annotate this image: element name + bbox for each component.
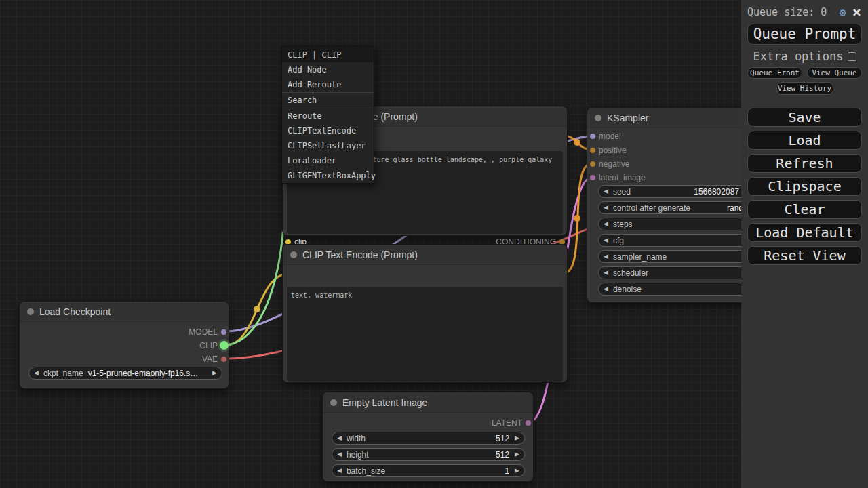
next-option-icon[interactable]: ▶ — [212, 367, 217, 380]
clip-output-label: CLIP — [199, 340, 218, 351]
node-title-bar[interactable]: KSampler — [587, 108, 766, 128]
collapse-dot[interactable] — [290, 251, 297, 258]
menu-item-reroute[interactable]: Reroute — [282, 108, 374, 123]
widget-value: v1-5-pruned-emaonly-fp16.s… — [88, 369, 199, 378]
menu-item-search[interactable]: Search — [282, 93, 374, 108]
load-default-button[interactable]: Load Default — [747, 223, 862, 242]
scheduler-widget[interactable]: ◀ scheduler — [598, 266, 750, 279]
close-icon[interactable]: × — [852, 7, 861, 18]
latent-output-slot[interactable] — [526, 420, 531, 426]
context-menu: CLIP | CLIP Add Node Add Reroute Search … — [281, 46, 374, 184]
widget-value: 512 — [496, 434, 509, 443]
widget-value: 1 — [505, 466, 509, 476]
decrement-icon[interactable]: ◀ — [604, 283, 608, 296]
negative-input-slot[interactable] — [590, 161, 595, 167]
node-clip-text-encode-negative: CLIP Text Encode (Prompt) clip CONDITION… — [282, 244, 568, 383]
latent-input-slot[interactable] — [590, 175, 595, 180]
sampler-name-widget[interactable]: ◀ sampler_name — [598, 250, 750, 263]
node-title-bar[interactable]: Empty Latent Image — [323, 392, 533, 413]
clip-output-slot[interactable] — [220, 341, 229, 350]
decrement-icon[interactable]: ◀ — [337, 464, 342, 477]
view-history-button[interactable]: View History — [776, 82, 833, 95]
node-ksampler: KSampler model positive negative latent_… — [587, 107, 766, 303]
extra-options-checkbox[interactable] — [848, 52, 856, 61]
vae-output-slot[interactable] — [221, 357, 226, 362]
model-output-slot[interactable] — [221, 329, 226, 335]
menu-item-add-reroute[interactable]: Add Reroute — [282, 77, 374, 92]
view-queue-button[interactable]: View Queue — [807, 67, 862, 79]
widget-name: ckpt_name — [43, 369, 83, 378]
widget-name: cfg — [613, 236, 624, 245]
reset-view-button[interactable]: Reset View — [747, 246, 862, 265]
increment-icon[interactable]: ▶ — [515, 448, 519, 461]
ckpt-name-widget[interactable]: ◀ ckpt_name v1-5-pruned-emaonly-fp16.s… … — [28, 367, 222, 380]
gear-icon[interactable]: ⚙ — [840, 5, 846, 19]
menu-item-add-node[interactable]: Add Node — [282, 62, 374, 77]
widget-name: height — [347, 450, 369, 460]
decrement-icon[interactable]: ◀ — [604, 185, 608, 198]
model-output-label: MODEL — [189, 327, 218, 338]
increment-icon[interactable]: ▶ — [515, 432, 519, 445]
decrement-icon[interactable]: ◀ — [604, 218, 608, 230]
cfg-widget[interactable]: ◀ cfg — [598, 234, 750, 247]
vae-output-label: VAE — [202, 354, 218, 365]
control-after-generate-widget[interactable]: ◀ control after generate randomize — [598, 201, 750, 214]
batch-size-widget[interactable]: ◀ batch_size 1 ▶ — [332, 464, 525, 477]
save-button[interactable]: Save — [747, 108, 862, 127]
positive-input-slot[interactable] — [590, 148, 595, 153]
clear-button[interactable]: Clear — [747, 200, 862, 219]
widget-name: batch_size — [347, 466, 385, 476]
link-midpoint-clip — [254, 306, 260, 312]
increment-icon[interactable]: ▶ — [515, 464, 519, 477]
collapse-dot[interactable] — [330, 399, 337, 406]
denoise-widget[interactable]: ◀ denoise — [598, 283, 750, 296]
load-button[interactable]: Load — [747, 131, 862, 150]
node-empty-latent-image: Empty Latent Image LATENT ◀ width 512 ▶ … — [322, 392, 534, 482]
queue-size-label: Queue size: 0 — [747, 6, 827, 18]
decrement-icon[interactable]: ◀ — [604, 201, 608, 214]
menu-item-clipsetlastlayer[interactable]: CLIPSetLastLayer — [282, 138, 374, 153]
collapse-dot[interactable] — [27, 308, 34, 315]
wire-clip-dragging — [226, 188, 285, 345]
node-title-bar[interactable]: Load Checkpoint — [20, 302, 229, 322]
node-load-checkpoint: Load Checkpoint MODEL CLIP VAE ◀ ckpt_na… — [19, 301, 229, 389]
comfy-menu-panel: Queue size: 0 ⚙ × Queue Prompt Extra opt… — [741, 0, 868, 488]
seed-widget[interactable]: ◀ seed 1566802087 — [598, 185, 750, 198]
clipspace-button[interactable]: Clipspace — [747, 177, 862, 196]
collapse-dot[interactable] — [595, 115, 601, 121]
decrement-icon[interactable]: ◀ — [604, 250, 608, 263]
node-title: KSampler — [607, 113, 648, 123]
decrement-icon[interactable]: ◀ — [604, 234, 608, 247]
latent-output-label: LATENT — [492, 418, 522, 428]
negative-input-label: negative — [599, 159, 629, 169]
link-midpoint-positive — [574, 139, 580, 146]
prompt-textarea[interactable]: text, watermark — [287, 287, 563, 382]
prev-option-icon[interactable]: ◀ — [34, 367, 39, 380]
refresh-button[interactable]: Refresh — [747, 154, 862, 173]
height-widget[interactable]: ◀ height 512 ▶ — [332, 448, 525, 461]
menu-item-loraloader[interactable]: LoraLoader — [282, 153, 374, 168]
link-midpoint-negative — [574, 215, 580, 222]
menu-item-gligentextboxapply[interactable]: GLIGENTextBoxApply — [282, 168, 374, 183]
widget-name: scheduler — [613, 268, 648, 278]
positive-input-label: positive — [599, 146, 627, 155]
queue-prompt-button[interactable]: Queue Prompt — [747, 24, 862, 45]
widget-value: 512 — [496, 450, 509, 460]
node-title: CLIP Text Encode (Prompt) — [302, 249, 418, 260]
menu-item-cliptextencode[interactable]: CLIPTextEncode — [282, 123, 374, 138]
decrement-icon[interactable]: ◀ — [337, 448, 342, 461]
extra-options-label: Extra options — [753, 49, 843, 63]
widget-name: seed — [613, 187, 631, 197]
widget-name: denoise — [613, 285, 642, 294]
context-menu-title: CLIP | CLIP — [282, 47, 374, 62]
width-widget[interactable]: ◀ width 512 ▶ — [332, 432, 525, 445]
model-input-slot[interactable] — [590, 134, 595, 139]
steps-widget[interactable]: ◀ steps — [598, 218, 750, 230]
widget-value: 1566802087 — [694, 187, 739, 197]
decrement-icon[interactable]: ◀ — [337, 432, 342, 445]
widget-name: width — [347, 434, 366, 443]
node-title-bar[interactable]: CLIP Text Encode (Prompt) — [283, 245, 567, 265]
widget-name: steps — [613, 220, 633, 229]
queue-front-button[interactable]: Queue Front — [747, 67, 802, 79]
decrement-icon[interactable]: ◀ — [604, 266, 608, 279]
